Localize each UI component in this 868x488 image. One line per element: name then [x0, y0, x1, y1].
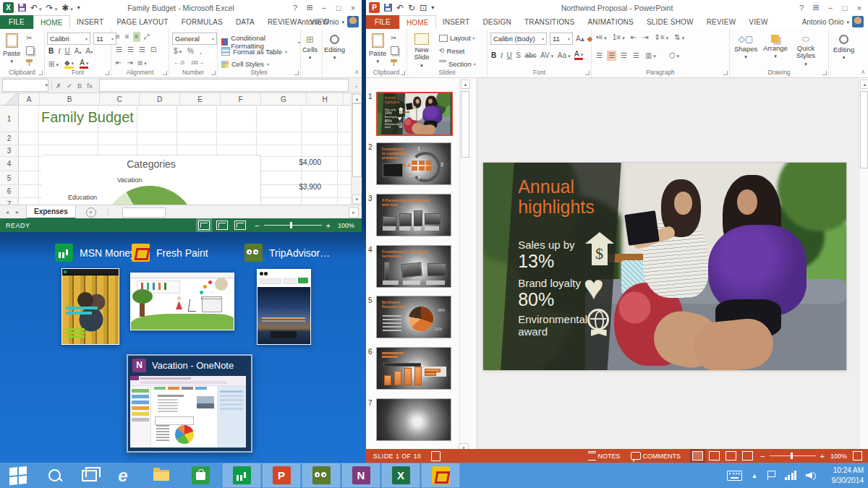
- editing-button[interactable]: Editing▾: [833, 35, 854, 61]
- font-color-icon[interactable]: A: [574, 51, 583, 60]
- fill-color-icon[interactable]: ◆: [64, 59, 74, 69]
- italic-button[interactable]: I: [58, 48, 60, 55]
- row-header[interactable]: 7: [0, 198, 19, 205]
- pp-tab-home[interactable]: HOME: [399, 15, 436, 29]
- increase-list-level-icon[interactable]: ⇥: [642, 34, 648, 41]
- powerpoint-logo-icon[interactable]: P: [369, 2, 380, 13]
- formula-input[interactable]: [99, 79, 349, 92]
- pp-tab-file[interactable]: FILE: [366, 15, 399, 29]
- pp-tab-insert[interactable]: INSERT: [436, 15, 477, 29]
- stat-label-environment[interactable]: Environmental award: [518, 313, 579, 338]
- save-icon[interactable]: [18, 4, 26, 12]
- row-header[interactable]: 4: [0, 157, 19, 171]
- orientation-icon[interactable]: ⤢: [144, 33, 150, 40]
- slide-thumb-2[interactable]: Commitment to sustainable practices 1 2 …: [376, 142, 451, 185]
- sheet-tab-expenses[interactable]: Expenses: [26, 205, 76, 219]
- layout-button[interactable]: Layout▾: [439, 34, 475, 42]
- excel-tab-home[interactable]: HOME: [33, 15, 70, 29]
- start-slideshow-icon[interactable]: ⊡: [420, 4, 427, 12]
- taskbar-clock[interactable]: 10:24 AM 9/30/2014: [832, 463, 864, 488]
- taskbar-internet-explorer[interactable]: e: [105, 464, 141, 487]
- page-break-view-icon[interactable]: [234, 221, 246, 230]
- font-name-combo[interactable]: Calibri▾: [47, 33, 90, 45]
- sheet-next-icon[interactable]: ▸: [16, 209, 19, 215]
- stat-value-loyalty[interactable]: 80%: [518, 289, 554, 310]
- paragraph-dialog-launcher[interactable]: [723, 71, 728, 75]
- font-dialog-launcher[interactable]: [105, 71, 109, 75]
- ribbon-display-options-icon[interactable]: ⊞: [302, 3, 317, 12]
- excel-tab-file[interactable]: FILE: [0, 15, 33, 29]
- bottom-align-icon[interactable]: ≡: [135, 33, 139, 40]
- app-header-tripadvisor[interactable]: TripAdvisor…: [244, 244, 330, 262]
- normal-view-icon[interactable]: [198, 221, 210, 230]
- tabbar-splitter[interactable]: ⋮: [105, 208, 112, 216]
- row-header[interactable]: 2: [0, 132, 19, 145]
- hscroll-right-icon[interactable]: ▸: [349, 207, 359, 218]
- insert-function-icon[interactable]: fx: [87, 82, 92, 90]
- taskbar-fresh-paint[interactable]: [422, 464, 459, 487]
- slide-sorter-view-icon[interactable]: [709, 451, 720, 461]
- numbering-icon[interactable]: 1≡: [613, 34, 625, 41]
- taskbar-onenote[interactable]: N: [343, 464, 379, 487]
- collapse-ribbon-icon[interactable]: ∧: [861, 69, 865, 75]
- action-center-flag-icon[interactable]: [767, 471, 775, 480]
- zoom-out-icon[interactable]: −: [255, 221, 259, 230]
- scroll-up-icon[interactable]: ▲: [352, 94, 362, 103]
- change-case-icon[interactable]: Aa: [558, 52, 571, 59]
- font-size-combo[interactable]: 11▾: [550, 33, 573, 45]
- page-layout-view-icon[interactable]: [216, 221, 228, 230]
- row-header[interactable]: 5: [0, 171, 19, 184]
- excel-zoom-slider[interactable]: [264, 225, 322, 226]
- clipboard-dialog-launcher[interactable]: [38, 71, 43, 75]
- column-header[interactable]: G: [261, 93, 307, 105]
- onenote-titlebar[interactable]: N Vacation - OneNote: [128, 356, 251, 374]
- bullets-icon[interactable]: •≡: [596, 34, 607, 41]
- pp-tab-animations[interactable]: ANIMATIONS: [581, 15, 639, 29]
- clipboard-dialog-launcher[interactable]: [401, 71, 405, 75]
- column-header[interactable]: H: [307, 93, 344, 105]
- undo-icon[interactable]: ↶: [30, 4, 42, 12]
- taskbar-tripadvisor[interactable]: [303, 464, 339, 487]
- close-icon[interactable]: ×: [852, 4, 867, 12]
- cells-button[interactable]: ⊞ Cells▾: [302, 35, 318, 61]
- task-view-button[interactable]: [71, 464, 107, 487]
- zoom-in-icon[interactable]: +: [820, 452, 825, 461]
- columns-icon[interactable]: ▥: [645, 52, 656, 59]
- excel-zoom-level[interactable]: 100%: [338, 222, 354, 229]
- enter-icon[interactable]: ✓: [67, 82, 72, 90]
- categories-chart[interactable]: Categories Vacation Education: [42, 155, 261, 205]
- collapse-ribbon-icon[interactable]: ∧: [354, 69, 359, 75]
- customize-qat-icon[interactable]: ▾: [431, 5, 434, 11]
- styles-dialog-launcher[interactable]: [294, 71, 299, 75]
- font-color-icon[interactable]: A: [80, 59, 88, 69]
- new-slide-button[interactable]: New Slide▾: [410, 33, 433, 69]
- start-button[interactable]: [0, 464, 36, 487]
- name-box[interactable]: [2, 79, 48, 92]
- underline-button[interactable]: U: [65, 48, 70, 55]
- bold-button[interactable]: B: [491, 52, 496, 59]
- row-header[interactable]: 6: [0, 185, 19, 197]
- taskbar-excel[interactable]: X: [383, 464, 419, 487]
- save-icon[interactable]: [384, 4, 392, 12]
- msn-money-window-preview[interactable]: [61, 268, 119, 345]
- borders-icon[interactable]: ⊞: [48, 61, 59, 68]
- slide-thumb-6[interactable]: [376, 347, 451, 390]
- repeat-icon[interactable]: ↻: [408, 4, 415, 12]
- excel-account[interactable]: Antonio Onio▾: [297, 15, 344, 29]
- slideshow-view-icon[interactable]: [742, 451, 753, 461]
- spell-check-icon[interactable]: [431, 451, 441, 461]
- middle-align-icon[interactable]: ≡: [125, 33, 129, 40]
- align-right-icon[interactable]: ☰: [621, 52, 627, 59]
- font-dialog-launcher[interactable]: [585, 71, 590, 75]
- slide-thumb-4[interactable]: Commitment to advancing technology: [376, 245, 451, 288]
- pp-account-avatar[interactable]: [852, 16, 864, 27]
- cut-icon[interactable]: ✂: [391, 35, 399, 42]
- comments-button[interactable]: COMMENTS: [643, 453, 681, 460]
- cell-styles-button[interactable]: Cell Styles▾: [221, 60, 269, 68]
- pp-account[interactable]: Antonio Onio▾: [802, 15, 849, 29]
- excel-logo-icon[interactable]: X: [3, 2, 14, 13]
- increase-decimal-icon[interactable]: ←.0: [174, 60, 184, 66]
- pp-tab-review[interactable]: REVIEW: [700, 15, 743, 29]
- customize-qat-icon[interactable]: ▾: [77, 5, 80, 11]
- network-signal-icon[interactable]: [785, 471, 797, 480]
